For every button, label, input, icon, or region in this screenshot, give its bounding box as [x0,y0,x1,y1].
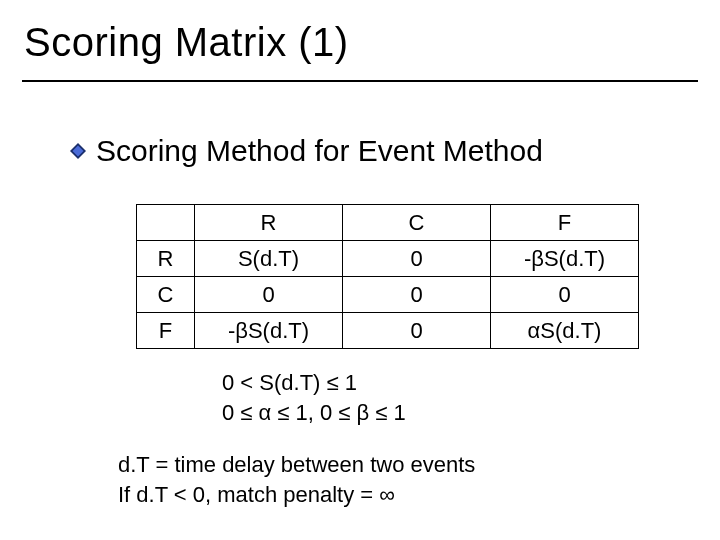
col-header: C [343,205,491,241]
table-cell: -βS(d.T) [195,313,343,349]
table-cell: αS(d.T) [491,313,639,349]
slide-title: Scoring Matrix (1) [24,20,349,65]
table-cell: 0 [343,313,491,349]
table-row: R S(d.T) 0 -βS(d.T) [137,241,639,277]
col-header: F [491,205,639,241]
slide: Scoring Matrix (1) Scoring Method for Ev… [0,0,720,540]
row-header: C [137,277,195,313]
table-cell: 0 [195,277,343,313]
note-line: d.T = time delay between two events [118,450,475,480]
title-underline [22,80,698,82]
table-cell: 0 [491,277,639,313]
constraints-block: 0 < S(d.T) ≤ 1 0 ≤ α ≤ 1, 0 ≤ β ≤ 1 [222,368,406,427]
bullet-text: Scoring Method for Event Method [96,134,543,168]
table-cell: -βS(d.T) [491,241,639,277]
table-cell: S(d.T) [195,241,343,277]
diamond-bullet-icon [70,143,86,159]
table-row: C 0 0 0 [137,277,639,313]
table-cell: 0 [343,241,491,277]
constraint-line: 0 ≤ α ≤ 1, 0 ≤ β ≤ 1 [222,398,406,428]
note-line: If d.T < 0, match penalty = ∞ [118,480,475,510]
table-header-row: R C F [137,205,639,241]
constraint-line: 0 < S(d.T) ≤ 1 [222,368,406,398]
table-row: F -βS(d.T) 0 αS(d.T) [137,313,639,349]
scoring-matrix-table: R C F R S(d.T) 0 -βS(d.T) C 0 0 0 F -βS(… [136,204,639,349]
corner-cell [137,205,195,241]
notes-block: d.T = time delay between two events If d… [118,450,475,509]
row-header: F [137,313,195,349]
bullet-row: Scoring Method for Event Method [70,134,543,168]
row-header: R [137,241,195,277]
table-cell: 0 [343,277,491,313]
col-header: R [195,205,343,241]
